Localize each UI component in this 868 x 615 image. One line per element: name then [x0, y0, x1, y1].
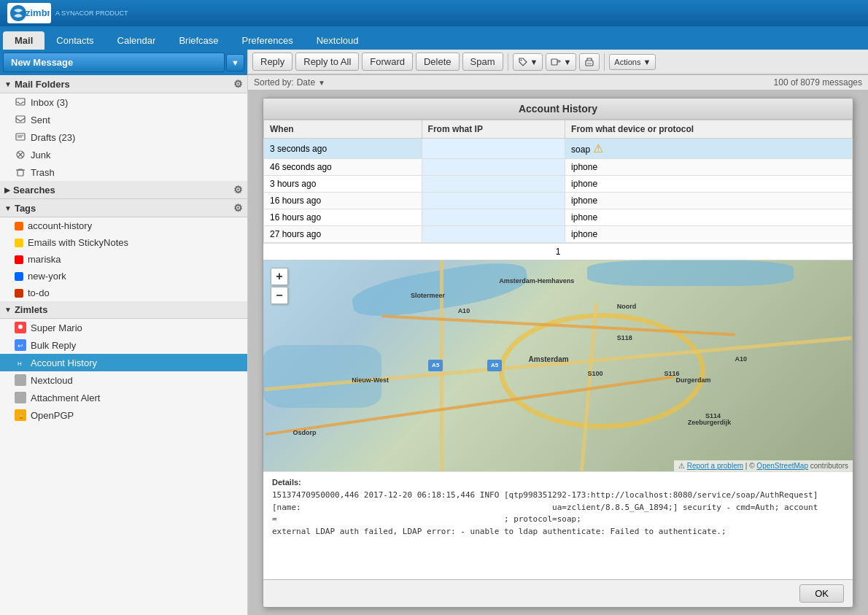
new-message-dropdown[interactable]: ▼	[226, 54, 244, 71]
map-attribution: ⚠ Report a problem | © OpenStreetMap con…	[674, 460, 853, 471]
folder-trash[interactable]: Trash	[0, 163, 247, 181]
water-body-2	[587, 260, 794, 286]
mail-folders-header[interactable]: ▼ Mail Folders ⚙	[0, 75, 247, 93]
cell-device: iphone	[565, 226, 853, 243]
table-row: 16 hours agoiphone	[264, 209, 853, 226]
searches-header[interactable]: ▶ Searches ⚙	[0, 181, 247, 199]
tag-new-york-label: new-york	[28, 271, 241, 282]
dialog-footer: OK	[263, 579, 853, 607]
top-bar: zimbra A SYNACOR PRODUCT	[0, 0, 868, 26]
zimlets-header[interactable]: ▼ Zimlets	[0, 301, 247, 319]
actions-button[interactable]: Actions ▼	[609, 54, 656, 70]
tab-contacts[interactable]: Contacts	[44, 31, 105, 50]
dialog-content: When From what IP From what device or pr…	[263, 120, 853, 579]
area-label-slotermeer: Slotermeer	[411, 292, 445, 299]
tab-preferences[interactable]: Preferences	[230, 31, 305, 50]
details-line1: 15137470950000,446 2017-12-20 06:18:15,4…	[272, 490, 818, 500]
cell-device: iphone	[565, 193, 853, 209]
bulk-reply-icon: ↩	[15, 339, 26, 351]
cell-when: 16 hours ago	[264, 193, 422, 209]
forward-button[interactable]: Forward	[362, 53, 413, 71]
spam-button[interactable]: Spam	[462, 53, 503, 71]
tags-gear-icon[interactable]: ⚙	[233, 202, 243, 214]
details-text: 15137470950000,446 2017-12-20 06:18:15,4…	[272, 490, 844, 538]
tag-emails-sticky-dot	[15, 239, 23, 247]
cell-when: 3 hours ago	[264, 176, 422, 193]
svg-rect-23	[587, 63, 592, 64]
details-line2: [name: ua=zclient/8.8.5_GA_1894;] securi…	[272, 503, 818, 525]
col-when: When	[264, 120, 422, 139]
tab-mail[interactable]: Mail	[3, 31, 44, 50]
move-button[interactable]: ▼	[546, 53, 576, 71]
tag-button[interactable]: ▼	[513, 53, 543, 71]
svg-rect-21	[551, 59, 557, 65]
tag-to-do-label: to-do	[28, 287, 241, 298]
sort-label[interactable]: Sorted by: Date ▼	[254, 77, 325, 88]
osm-link[interactable]: OpenStreetMap	[756, 462, 808, 470]
toolbar-separator-1	[508, 53, 508, 71]
tab-briefcase[interactable]: Briefcase	[167, 31, 230, 50]
tag-emails-sticky-label: Emails with StickyNotes	[28, 237, 241, 248]
super-mario-icon	[15, 322, 26, 333]
attribution-warning-icon: ⚠	[678, 462, 687, 470]
mail-folders-gear-icon[interactable]: ⚙	[233, 78, 243, 90]
tab-nextcloud[interactable]: Nextcloud	[305, 31, 371, 50]
svg-rect-17	[16, 393, 25, 402]
zimlet-account-history[interactable]: H Account History	[0, 354, 247, 371]
tag-account-history-dot	[15, 222, 23, 231]
tag-mariska[interactable]: mariska	[0, 251, 247, 268]
actions-label: Actions	[614, 58, 640, 66]
table-row: 27 hours agoiphone	[264, 226, 853, 243]
folder-junk[interactable]: Junk	[0, 146, 247, 163]
zimlet-nextcloud[interactable]: Nextcloud	[0, 371, 247, 389]
logo-sub: A SYNACOR PRODUCT	[55, 9, 128, 17]
tags-label: Tags	[15, 203, 36, 214]
searches-gear-icon[interactable]: ⚙	[233, 184, 243, 196]
road-sign-a5-2: A5	[487, 360, 502, 371]
move-icon	[551, 57, 561, 67]
zimlet-attachment-alert[interactable]: Attachment Alert	[0, 389, 247, 406]
cell-device: soap⚠	[565, 139, 853, 159]
area-label-noord: Noord	[617, 303, 637, 310]
zimlet-openpgp[interactable]: 🔒 OpenPGP	[0, 406, 247, 424]
folder-inbox[interactable]: Inbox (3)	[0, 93, 247, 111]
cell-device: iphone	[565, 159, 853, 176]
ok-button[interactable]: OK	[799, 584, 844, 603]
city-label-amsterdam: Amsterdam	[529, 355, 569, 363]
label-a10-ring: A10	[458, 307, 470, 314]
pagination: 1	[263, 243, 853, 260]
cell-when: 16 hours ago	[264, 209, 422, 226]
area-label-durgerdam: Durgerdam	[676, 376, 711, 384]
zoom-out-button[interactable]: −	[271, 287, 288, 304]
tag-new-york[interactable]: new-york	[0, 268, 247, 285]
print-button[interactable]	[579, 53, 600, 71]
zimlet-bulk-reply[interactable]: ↩ Bulk Reply	[0, 336, 247, 354]
folder-drafts[interactable]: Drafts (23)	[0, 128, 247, 146]
inbox-icon	[15, 96, 26, 108]
zoom-in-button[interactable]: +	[271, 268, 288, 285]
tag-to-do[interactable]: to-do	[0, 285, 247, 301]
tag-emails-sticky[interactable]: Emails with StickyNotes	[0, 234, 247, 251]
nextcloud-icon	[15, 374, 26, 386]
zimlets-triangle: ▼	[4, 306, 12, 314]
tag-dropdown-arrow: ▼	[530, 58, 538, 66]
tab-calendar[interactable]: Calendar	[106, 31, 168, 50]
tags-header[interactable]: ▼ Tags ⚙	[0, 199, 247, 217]
main-layout: New Message ▼ ▼ Mail Folders ⚙ Inbox (3)…	[0, 50, 868, 615]
delete-button[interactable]: Delete	[416, 53, 460, 71]
reply-button[interactable]: Reply	[252, 53, 292, 71]
zimlet-super-mario[interactable]: Super Mario	[0, 319, 247, 336]
new-message-button[interactable]: New Message	[3, 53, 225, 72]
move-dropdown-arrow: ▼	[563, 58, 571, 66]
nav-tabs: Mail Contacts Calendar Briefcase Prefere…	[0, 26, 868, 50]
tag-account-history[interactable]: account-history	[0, 217, 247, 234]
cell-ip	[422, 159, 565, 176]
road-sign-a5: A5	[428, 360, 443, 371]
sort-arrow-icon: ▼	[318, 79, 325, 87]
cell-device: iphone	[565, 176, 853, 193]
folder-sent[interactable]: Sent	[0, 111, 247, 128]
label-s114: S114	[705, 412, 721, 419]
svg-text:🔒: 🔒	[18, 412, 25, 419]
reply-all-button[interactable]: Reply to All	[295, 53, 359, 71]
report-problem-link[interactable]: Report a problem	[687, 462, 743, 470]
